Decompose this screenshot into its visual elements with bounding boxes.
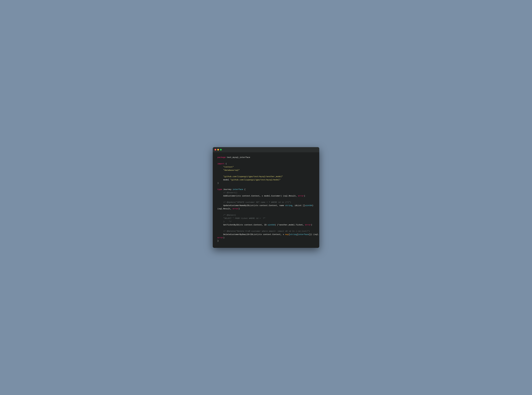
code-window: package test_mysql_interface import ( "c… [213, 147, 319, 248]
closing-brace: } [218, 239, 314, 243]
import-context: "context" [218, 165, 314, 169]
update-customer-line: UpdateCustomerNameByIDList(ctx context.C… [218, 204, 314, 207]
comment-select3: ) */ [218, 220, 314, 224]
add-customer-line: AddCustomer(ctx context.Context, c model… [218, 195, 314, 198]
comment-update: // @Update("UPDATE customer SET name = ?… [218, 201, 314, 204]
comment-select2: "SELECT * FROM ticket WHERE id = ?" [218, 217, 314, 220]
comment-select1: /* @Select( [218, 214, 314, 217]
update-return-line: (sql.Result, error) [218, 207, 314, 211]
comment-delete: // @Delete("Delete FroM customer where e… [218, 230, 314, 233]
minimize-button[interactable] [217, 149, 219, 151]
import-database: "database/sql" [218, 169, 314, 172]
comment-insert: // @Insert() [218, 191, 314, 195]
package-line: package test_mysql_interface [218, 156, 314, 159]
get-ticket-line: GetTicketByID(ctx context.Context, ID ui… [218, 224, 314, 227]
import-another-model: "github.com/liupangzi/gpa/test/mysql/ano… [218, 175, 314, 178]
import-close: ) [218, 182, 314, 185]
maximize-button[interactable] [220, 149, 222, 151]
import-line: import ( [218, 162, 314, 165]
type-line: type Journey interface { [218, 188, 314, 191]
code-editor: package test_mysql_interface import ( "c… [213, 152, 319, 248]
delete-return-line: error) [218, 236, 314, 240]
close-button[interactable] [215, 149, 216, 151]
titlebar [213, 147, 319, 152]
import-model: model "github.com/liupangzi/gpa/test/mys… [218, 178, 314, 182]
delete-customer-line: DeleteCustomerByEmailOrIDList(ctx contex… [218, 233, 314, 236]
